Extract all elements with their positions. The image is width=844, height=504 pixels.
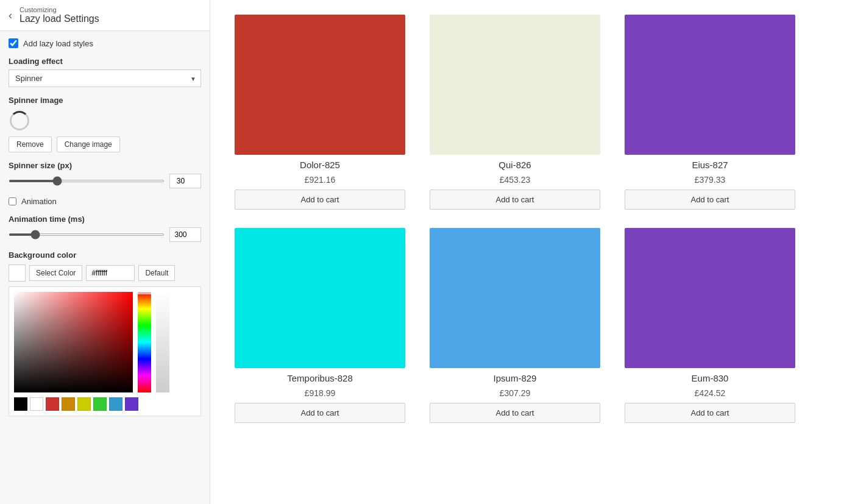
product-image-ipsum-829: [430, 228, 600, 368]
color-hue-bar[interactable]: [138, 292, 151, 392]
color-swatch[interactable]: [9, 264, 26, 282]
product-card-ipsum-829: Ipsum-829£307.29Add to cart: [430, 228, 600, 423]
products-grid: Dolor-825£921.16Add to cartQui-826£453.2…: [235, 15, 795, 423]
product-image-eum-830: [625, 228, 795, 368]
color-opacity-bar[interactable]: [156, 292, 169, 392]
main-content: Dolor-825£921.16Add to cartQui-826£453.2…: [210, 0, 844, 504]
spinner-preview: [9, 110, 30, 132]
product-price-qui-826: £453.23: [500, 175, 531, 185]
sidebar: ‹ Customizing Lazy load Settings Add laz…: [0, 0, 210, 504]
product-price-temporibus-828: £918.99: [305, 388, 336, 398]
spinner-button-row: Remove Change image: [9, 137, 201, 152]
color-gradient[interactable]: [14, 292, 133, 392]
default-button[interactable]: Default: [138, 265, 175, 281]
product-card-temporibus-828: Temporibus-828£918.99Add to cart: [235, 228, 405, 423]
sidebar-header: ‹ Customizing Lazy load Settings: [0, 0, 210, 31]
product-image-eius-827: [625, 15, 795, 155]
spinner-size-slider-row: [9, 174, 201, 188]
effect-select-wrapper: Spinner Fade Blur None ▼: [9, 69, 201, 87]
animation-time-slider-row: [9, 227, 201, 242]
product-name-ipsum-829: Ipsum-829: [494, 373, 537, 383]
animation-label[interactable]: Animation: [21, 197, 57, 206]
back-button[interactable]: ‹: [6, 8, 15, 23]
customizing-label: Customizing: [20, 6, 99, 13]
spinner-size-input[interactable]: [169, 174, 201, 188]
swatch-black[interactable]: [14, 397, 27, 411]
product-price-eius-827: £379.33: [695, 175, 726, 185]
swatch-blue[interactable]: [109, 397, 122, 411]
spinner-size-group: Spinner size (px): [9, 161, 201, 188]
swatch-white[interactable]: [30, 397, 43, 411]
back-icon: ‹: [9, 9, 12, 22]
bg-color-label: Background color: [9, 250, 201, 260]
product-image-qui-826: [430, 15, 600, 155]
loading-effect-label: Loading effect: [9, 57, 201, 66]
product-name-qui-826: Qui-826: [498, 160, 531, 170]
product-card-qui-826: Qui-826£453.23Add to cart: [430, 15, 600, 210]
lazy-load-checkbox[interactable]: [9, 38, 18, 48]
lazy-load-label[interactable]: Add lazy load styles: [23, 39, 93, 48]
hue-thumb: [138, 292, 151, 294]
header-text: Customizing Lazy load Settings: [20, 6, 99, 24]
swatch-purple[interactable]: [125, 397, 138, 411]
change-image-button[interactable]: Change image: [57, 137, 120, 152]
animation-time-slider[interactable]: [9, 233, 165, 236]
settings-title: Lazy load Settings: [20, 13, 99, 24]
color-picker-widget: [9, 286, 201, 416]
product-price-dolor-825: £921.16: [305, 175, 336, 185]
swatch-green[interactable]: [93, 397, 107, 411]
add-to-cart-button-dolor-825[interactable]: Add to cart: [235, 190, 405, 210]
product-name-dolor-825: Dolor-825: [300, 160, 340, 170]
animation-time-group: Animation time (ms): [9, 215, 201, 242]
product-name-eius-827: Eius-827: [692, 160, 728, 170]
spinner-size-slider[interactable]: [9, 180, 165, 182]
product-image-dolor-825: [235, 15, 405, 155]
product-price-eum-830: £424.52: [695, 388, 726, 398]
select-color-button[interactable]: Select Color: [29, 265, 82, 281]
add-to-cart-button-temporibus-828[interactable]: Add to cart: [235, 403, 405, 423]
color-picker-main: [14, 292, 196, 392]
product-card-eum-830: Eum-830£424.52Add to cart: [625, 228, 795, 423]
add-to-cart-button-eius-827[interactable]: Add to cart: [625, 190, 795, 210]
spinner-image-section: Spinner image Remove Change image: [9, 96, 201, 152]
add-to-cart-button-ipsum-829[interactable]: Add to cart: [430, 403, 600, 423]
swatch-red[interactable]: [46, 397, 59, 411]
product-name-temporibus-828: Temporibus-828: [287, 373, 353, 383]
add-to-cart-button-qui-826[interactable]: Add to cart: [430, 190, 600, 210]
add-to-cart-button-eum-830[interactable]: Add to cart: [625, 403, 795, 423]
product-image-temporibus-828: [235, 228, 405, 368]
lazy-load-checkbox-row: Add lazy load styles: [9, 38, 201, 48]
effect-select[interactable]: Spinner Fade Blur None: [9, 69, 201, 87]
product-name-eum-830: Eum-830: [692, 373, 729, 383]
bg-color-section: Background color Select Color Default: [9, 250, 201, 416]
swatch-orange[interactable]: [62, 397, 75, 411]
spinner-icon: [10, 111, 29, 130]
animation-time-input[interactable]: [169, 227, 201, 242]
swatch-yellow[interactable]: [77, 397, 91, 411]
animation-checkbox[interactable]: [9, 197, 16, 205]
color-picker-row: Select Color Default: [9, 264, 201, 282]
product-card-dolor-825: Dolor-825£921.16Add to cart: [235, 15, 405, 210]
spinner-image-label: Spinner image: [9, 96, 201, 105]
gradient-thumb[interactable]: [11, 289, 17, 295]
spinner-size-label: Spinner size (px): [9, 161, 201, 170]
hex-color-input[interactable]: [86, 265, 135, 281]
animation-checkbox-row: Animation: [9, 197, 201, 206]
sidebar-content: Add lazy load styles Loading effect Spin…: [0, 31, 210, 424]
product-price-ipsum-829: £307.29: [500, 388, 531, 398]
color-swatches-row: [14, 397, 196, 411]
loading-effect-group: Loading effect Spinner Fade Blur None ▼: [9, 57, 201, 87]
remove-button[interactable]: Remove: [9, 137, 52, 152]
product-card-eius-827: Eius-827£379.33Add to cart: [625, 15, 795, 210]
animation-time-label: Animation time (ms): [9, 215, 201, 224]
